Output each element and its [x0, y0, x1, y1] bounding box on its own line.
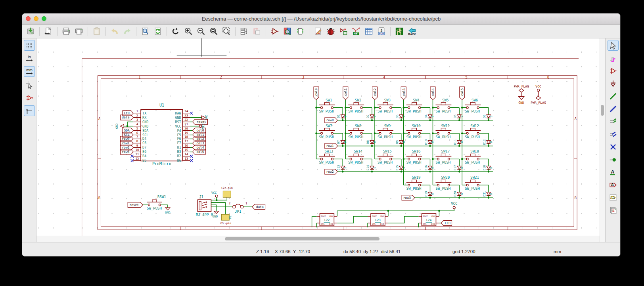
svg-text:SW_PUSH: SW_PUSH: [406, 135, 422, 139]
no-connect-button[interactable]: [608, 141, 619, 152]
zoom-out-button[interactable]: [195, 25, 207, 37]
footprint-chooser-button[interactable]: [294, 25, 306, 37]
svg-text:row3: row3: [122, 150, 129, 154]
back-import-button[interactable]: BACK: [406, 25, 418, 37]
desktop-background: Eeschema — corne-chocolate.sch [/] — /Us…: [0, 0, 644, 286]
find-replace-button[interactable]: [152, 25, 164, 37]
svg-text:SW19: SW19: [412, 175, 421, 179]
svg-text:7: 7: [136, 135, 138, 139]
symbol-editor-button[interactable]: [269, 25, 281, 37]
place-symbol-button[interactable]: [608, 65, 619, 76]
place-bus-button[interactable]: [608, 103, 619, 114]
erc-button[interactable]: [325, 25, 337, 37]
svg-text:D: D: [489, 115, 493, 117]
redraw-button[interactable]: [170, 25, 182, 37]
zoom-selection-button[interactable]: [220, 25, 232, 37]
key-matrix[interactable]: col0col1col2col3col4col5row0SW1SW_PUSHD1…: [314, 87, 493, 200]
bom-icon: $BOM: [377, 27, 386, 36]
annotate-button[interactable]: [312, 25, 324, 37]
sheet-settings-button[interactable]: [42, 25, 54, 37]
power-flags[interactable]: PWR_FLAGGNDVCCPWR_FLAG: [514, 85, 546, 105]
reset-switch[interactable]: resetRSW1SW_PUSHGND: [128, 195, 171, 214]
svg-text:SW11: SW11: [441, 124, 450, 128]
find-button[interactable]: [139, 25, 151, 37]
hierarchy-navigator-button[interactable]: [238, 25, 250, 37]
place-junction-button[interactable]: [608, 154, 619, 165]
save-button[interactable]: [25, 25, 36, 37]
redo-button[interactable]: [121, 25, 133, 37]
pcbnew-button[interactable]: [393, 25, 405, 37]
place-hier-sheet-button[interactable]: [608, 205, 619, 215]
svg-text:D17: D17: [453, 165, 457, 171]
symbol-fields-table-button[interactable]: [363, 25, 375, 37]
svg-text:D4: D4: [142, 137, 146, 141]
svg-text:col5: col5: [460, 88, 464, 96]
svg-text:SW12: SW12: [470, 124, 479, 128]
ortho-wires-button[interactable]: [24, 105, 35, 116]
bus-to-bus-button[interactable]: [608, 129, 619, 139]
svg-text:24: 24: [184, 109, 188, 113]
svg-text:5: 5: [466, 75, 468, 79]
status-position: X 73.66 Y -12.70: [275, 249, 310, 254]
highlight-net-button[interactable]: [608, 53, 619, 63]
bom-button[interactable]: $BOM: [376, 25, 387, 37]
zoom-fit-button[interactable]: [208, 25, 220, 37]
svg-text:VDD: VDD: [380, 215, 384, 217]
svg-text:D13: D13: [337, 165, 340, 171]
svg-text:L23: L23: [375, 218, 380, 222]
horizontal-scrollbar-thumb[interactable]: [225, 237, 380, 240]
mcu-symbol[interactable]: U1ProMicro1TXLED2RXdata3GND4GND5SDASDA6S…: [115, 103, 208, 166]
print-icon: [62, 27, 71, 36]
vertical-scrollbar[interactable]: [600, 38, 605, 242]
footprint-chooser-icon: [296, 27, 305, 36]
wire-to-bus-button[interactable]: [608, 116, 619, 127]
schematic-canvas[interactable]: 123456AABBU1ProMicro1TXLED2RXdata3GND4GN…: [36, 38, 600, 236]
svg-text:SW_PUSH: SW_PUSH: [406, 187, 422, 191]
place-label-button[interactable]: A: [608, 167, 619, 177]
symbol-browser-button[interactable]: [282, 25, 293, 37]
svg-text:col2: col2: [373, 88, 377, 96]
plot-button[interactable]: [73, 25, 85, 37]
units-mm-icon-label: mm: [26, 68, 33, 72]
trrs-jack[interactable]: J1MJ-4PP-9VCCi2c-pini2c-pinP2GNDJP121dat…: [196, 187, 265, 225]
svg-text:DOUT: DOUT: [321, 215, 326, 217]
print-button[interactable]: [60, 25, 72, 37]
place-power-button[interactable]: [608, 78, 619, 89]
place-hier-label-button[interactable]: AD: [608, 192, 619, 203]
svg-text:SW_PUSH: SW_PUSH: [378, 135, 393, 139]
assign-footprints-button[interactable]: [337, 25, 349, 37]
svg-text:VCC: VCC: [451, 202, 457, 206]
grid-toggle-button[interactable]: [24, 40, 35, 51]
svg-text:1: 1: [136, 109, 138, 113]
cursor-button[interactable]: [608, 40, 619, 51]
schematic-svg[interactable]: 123456AABBU1ProMicro1TXLED2RXdata3GND4GN…: [36, 38, 600, 236]
netlist-button[interactable]: NET: [350, 25, 362, 37]
place-label-icon: A: [609, 168, 617, 176]
units-mm-button[interactable]: mm: [24, 66, 35, 77]
svg-text:SW_PUSH: SW_PUSH: [465, 187, 480, 191]
leave-sheet-button[interactable]: [251, 25, 263, 37]
svg-text:17: 17: [184, 139, 188, 143]
led-chain[interactable]: L22DOUTVDDVSSDINL23DOUTVDDVSSDINL24DOUTV…: [312, 202, 458, 227]
hidden-pins-button[interactable]: [24, 92, 35, 103]
svg-text:GND: GND: [175, 116, 181, 120]
paste-button[interactable]: [91, 25, 103, 37]
svg-text:SW_PUSH: SW_PUSH: [435, 135, 450, 139]
netlist-icon-label: NET: [354, 32, 359, 35]
svg-text:GND: GND: [165, 211, 171, 214]
undo-button[interactable]: [109, 25, 121, 37]
zoom-in-button[interactable]: [182, 25, 194, 37]
horizontal-scrollbar[interactable]: [36, 236, 600, 242]
titlebar[interactable]: Eeschema — corne-chocolate.sch [/] — /Us…: [22, 13, 620, 25]
cursor-shape-button[interactable]: [24, 79, 35, 90]
units-in-button[interactable]: in: [24, 53, 35, 64]
plot-icon: [75, 27, 83, 36]
svg-text:D14: D14: [366, 165, 370, 170]
vertical-scrollbar-thumb[interactable]: [601, 105, 604, 116]
toolbar-separator: [39, 27, 40, 36]
back-import-icon: BACK: [408, 27, 416, 36]
svg-text:DIN: DIN: [431, 223, 435, 225]
place-wire-button[interactable]: [608, 91, 619, 101]
svg-text:19: 19: [184, 131, 188, 135]
place-global-label-button[interactable]: A: [608, 179, 619, 190]
